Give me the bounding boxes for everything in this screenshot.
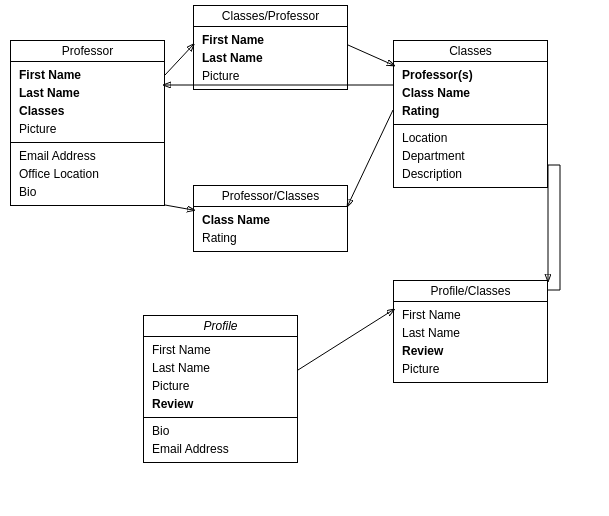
cp-field-picture: Picture [202, 67, 339, 85]
classes-title: Classes [394, 41, 547, 62]
professor-field-picture: Picture [19, 120, 156, 138]
classes-field-description: Description [402, 165, 539, 183]
profile-field-lastname: Last Name [152, 359, 289, 377]
prfc-field-firstname: First Name [402, 306, 539, 324]
classes-professor-title: Classes/Professor [194, 6, 347, 27]
professor-classes-title: Professor/Classes [194, 186, 347, 207]
arrow-classes-pc [348, 110, 393, 205]
profile-field-bio: Bio [152, 422, 289, 440]
profile-title: Profile [144, 316, 297, 337]
cp-field-lastname: Last Name [202, 49, 339, 67]
classes-field-department: Department [402, 147, 539, 165]
prfc-field-lastname: Last Name [402, 324, 539, 342]
profile-field-picture: Picture [152, 377, 289, 395]
pc-section1: Class Name Rating [194, 207, 347, 251]
profile-field-email: Email Address [152, 440, 289, 458]
classes-field-location: Location [402, 129, 539, 147]
classes-field-rating: Rating [402, 102, 539, 120]
arrow-profile-prc [298, 310, 393, 370]
classes-entity: Classes Professor(s) Class Name Rating L… [393, 40, 548, 188]
profile-section1: First Name Last Name Picture Review [144, 337, 297, 418]
professor-classes-entity: Professor/Classes Class Name Rating [193, 185, 348, 252]
classes-professor-entity: Classes/Professor First Name Last Name P… [193, 5, 348, 90]
professor-field-bio: Bio [19, 183, 156, 201]
arrow-cp-classes [348, 45, 393, 65]
classes-field-classname: Class Name [402, 84, 539, 102]
prfc-field-picture: Picture [402, 360, 539, 378]
classes-section2: Location Department Description [394, 125, 547, 187]
profile-field-firstname: First Name [152, 341, 289, 359]
pc-field-rating: Rating [202, 229, 339, 247]
arrow-prof-cp [165, 45, 193, 75]
cp-field-firstname: First Name [202, 31, 339, 49]
professor-field-firstname: First Name [19, 66, 156, 84]
professor-field-lastname: Last Name [19, 84, 156, 102]
prfc-section1: First Name Last Name Review Picture [394, 302, 547, 382]
professor-field-office: Office Location [19, 165, 156, 183]
professor-field-classes: Classes [19, 102, 156, 120]
profile-field-review: Review [152, 395, 289, 413]
professor-entity: Professor First Name Last Name Classes P… [10, 40, 165, 206]
pc-field-classname: Class Name [202, 211, 339, 229]
professor-section2: Email Address Office Location Bio [11, 143, 164, 205]
professor-field-email: Email Address [19, 147, 156, 165]
prfc-field-review: Review [402, 342, 539, 360]
profile-entity: Profile First Name Last Name Picture Rev… [143, 315, 298, 463]
profile-section2: Bio Email Address [144, 418, 297, 462]
professor-section1: First Name Last Name Classes Picture [11, 62, 164, 143]
classes-section1: Professor(s) Class Name Rating [394, 62, 547, 125]
classes-field-professors: Professor(s) [402, 66, 539, 84]
professor-title: Professor [11, 41, 164, 62]
profile-classes-entity: Profile/Classes First Name Last Name Rev… [393, 280, 548, 383]
arrow-prof-pc [165, 205, 193, 210]
profile-classes-title: Profile/Classes [394, 281, 547, 302]
classes-professor-section1: First Name Last Name Picture [194, 27, 347, 89]
